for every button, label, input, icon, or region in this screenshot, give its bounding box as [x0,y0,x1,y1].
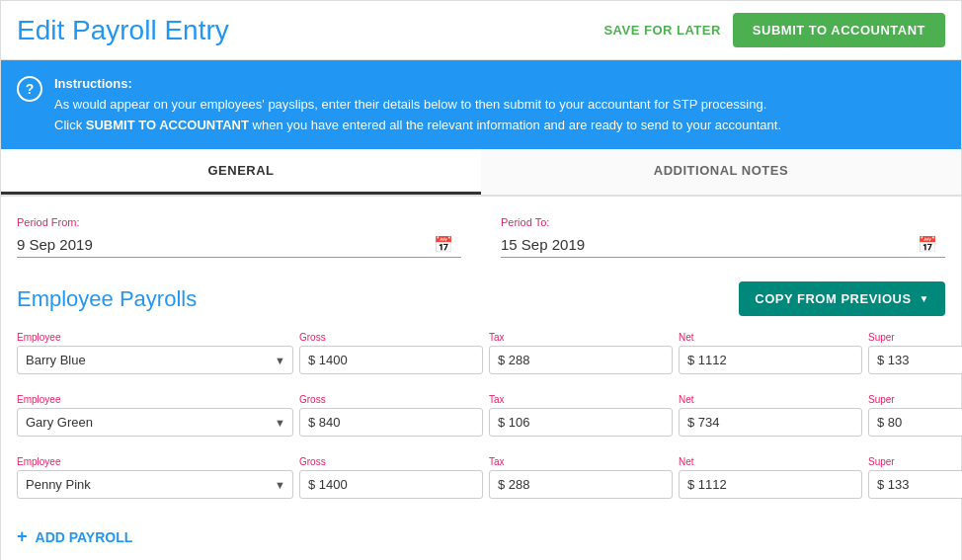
save-later-button[interactable]: SAVE FOR LATER [603,23,720,38]
calendar-to-icon[interactable]: 📅 [918,235,937,254]
super-1-input[interactable] [868,346,962,374]
instructions-line2-bold: SUBMIT TO ACCOUNTANT [86,118,249,132]
employee-3-field: Employee ▼ [17,456,293,499]
tax-2-label: Tax [489,394,673,405]
employee-3-input[interactable] [17,470,293,499]
period-to-field: Period To: 📅 [501,216,945,258]
super-3-input[interactable] [868,470,962,499]
net-1-label: Net [679,332,862,343]
page-title: Edit Payroll Entry [17,15,229,46]
tax-1-input[interactable] [489,346,673,374]
tab-additional-notes[interactable]: ADDITIONAL NOTES [481,149,961,195]
tax-1-field: Tax [489,332,673,374]
period-from-field: Period From: 📅 [17,216,461,258]
gross-2-input[interactable] [299,408,483,437]
gross-2-label: Gross [299,394,483,405]
net-1-field: Net [679,332,862,374]
super-1-label: Super [868,332,962,343]
gross-3-input[interactable] [299,470,483,499]
period-from-input[interactable] [17,232,461,258]
net-3-field: Net [679,456,862,499]
tax-1-label: Tax [489,332,673,343]
tax-3-field: Tax [489,456,673,499]
gross-2-field: Gross [299,394,483,437]
tax-3-label: Tax [489,456,673,467]
instructions-icon: ? [17,76,42,102]
tax-2-field: Tax [489,394,673,437]
super-3-label: Super [868,456,962,467]
employee-1-dropdown-icon[interactable]: ▼ [275,355,285,366]
net-2-field: Net [679,394,862,437]
table-row: Employee ▼ Gross Tax Net Super [17,394,945,444]
net-2-input[interactable] [679,408,862,437]
super-2-label: Super [868,394,962,405]
form-content: Period From: 📅 Period To: 📅 Employee Pay… [1,197,961,560]
employee-1-input[interactable] [17,346,293,374]
calendar-from-icon[interactable]: 📅 [434,235,453,254]
table-row: Employee ▼ Gross Tax Net Super [17,332,945,382]
employee-2-label: Employee [17,394,293,405]
submit-to-accountant-button[interactable]: SUBMIT TO ACCOUNTANT [733,13,945,47]
section-header: Employee Payrolls COPY FROM PREVIOUS ▼ [17,281,945,316]
gross-1-input[interactable] [299,346,483,374]
copy-from-previous-button[interactable]: COPY FROM PREVIOUS ▼ [739,281,945,316]
tabs-bar: GENERAL ADDITIONAL NOTES [1,149,961,197]
instructions-banner: ? Instructions: As would appear on your … [1,60,961,149]
employee-2-field: Employee ▼ [17,394,293,437]
employee-1-field: Employee ▼ [17,332,293,374]
tab-general[interactable]: GENERAL [1,149,481,195]
super-2-input[interactable] [868,408,962,437]
gross-3-label: Gross [299,456,483,467]
tax-2-input[interactable] [489,408,673,437]
net-3-label: Net [679,456,862,467]
employee-1-label: Employee [17,332,293,343]
super-2-field: Super [868,394,962,437]
payroll-rows: Employee ▼ Gross Tax Net Super [17,332,945,507]
table-row: Employee ▼ Gross Tax Net Super [17,456,945,507]
net-3-input[interactable] [679,470,862,499]
gross-1-label: Gross [299,332,483,343]
gross-1-field: Gross [299,332,483,374]
super-3-field: Super [868,456,962,499]
instructions-line2-start: Click [54,118,86,132]
super-1-field: Super [868,332,962,374]
employee-3-dropdown-icon[interactable]: ▼ [275,479,285,491]
tax-3-input[interactable] [489,470,673,499]
period-row: Period From: 📅 Period To: 📅 [17,216,945,258]
header-actions: SAVE FOR LATER SUBMIT TO ACCOUNTANT [603,13,945,47]
gross-3-field: Gross [299,456,483,499]
period-to-input[interactable] [501,232,945,258]
add-payroll-label: ADD PAYROLL [36,529,133,545]
add-payroll-button[interactable]: + ADD PAYROLL [17,519,132,555]
net-2-label: Net [679,394,862,405]
page-header: Edit Payroll Entry SAVE FOR LATER SUBMIT… [1,1,961,60]
add-payroll-plus-icon: + [17,526,28,547]
instructions-line1: As would appear on your employees' paysl… [54,97,766,112]
instructions-line2-end: when you have entered all the relevant i… [249,118,781,132]
employee-payrolls-title: Employee Payrolls [17,286,197,312]
employee-2-input[interactable] [17,408,293,437]
net-1-input[interactable] [679,346,862,374]
period-to-label: Period To: [501,216,945,228]
copy-btn-arrow-icon: ▼ [920,293,929,304]
instructions-bold: Instructions: [54,76,132,91]
instructions-text: Instructions: As would appear on your em… [54,74,781,135]
employee-2-dropdown-icon[interactable]: ▼ [275,417,285,429]
period-from-label: Period From: [17,216,461,228]
employee-3-label: Employee [17,456,293,467]
